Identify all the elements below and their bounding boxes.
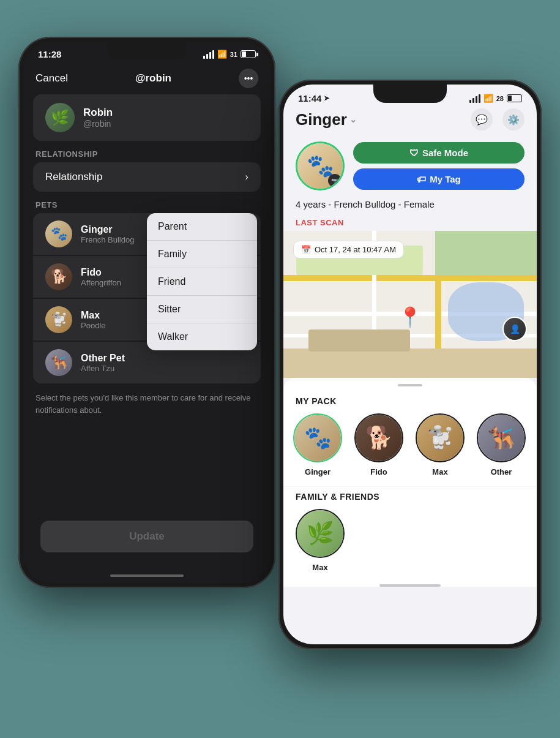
pack-avatar-ginger: 🐾	[293, 413, 342, 462]
phone2-battery-percent: 28	[496, 95, 504, 102]
update-button[interactable]: Update	[40, 521, 253, 552]
camera-badge[interactable]: 📷	[328, 174, 342, 187]
bottom-sheet: MY PACK 🐾 Ginger 🐕 Fido 🐩	[283, 378, 537, 587]
phone2-wifi-icon: 📶	[483, 94, 493, 103]
helper-text: Select the pets you'd like this member t…	[23, 385, 271, 423]
pet-profile-row: 🐾 📷 🛡 Safe Mode 🏷 My Tag	[283, 137, 537, 199]
my-pack-title: MY PACK	[283, 396, 537, 413]
pet-breed-fido: Affengriffon	[81, 278, 121, 287]
scan-date: Oct 17, 24 at 10:47 AM	[315, 245, 396, 254]
my-tag-label: My Tag	[430, 174, 461, 184]
pet-name-ginger: Ginger	[81, 224, 134, 235]
relationship-dropdown: Parent Family Friend Sitter Walker	[147, 213, 257, 350]
phone2-notch	[373, 85, 447, 103]
header-title: @robin	[135, 72, 171, 85]
family-item-max[interactable]: 🌿 Max	[296, 509, 345, 572]
pets-section-label: PETS	[23, 192, 271, 213]
pet-avatar-fido: 🐕	[45, 263, 72, 290]
more-icon: •••	[244, 73, 253, 83]
phone2-battery-icon	[507, 94, 522, 102]
pack-avatar-max: 🐩	[416, 413, 465, 462]
phone1-device: 11:28 📶 31 Cancel @robin •••	[18, 37, 275, 588]
pack-item-ginger[interactable]: 🐾 Ginger	[293, 413, 342, 476]
chat-icon: 💬	[476, 114, 488, 126]
battery-percent: 31	[230, 51, 237, 58]
family-friends-section: FAMILY & FRIENDS 🌿 Max	[283, 486, 537, 584]
my-tag-button[interactable]: 🏷 My Tag	[353, 168, 525, 190]
tag-icon: 🏷	[417, 174, 426, 184]
user-row: 🌿 Robin @robin	[33, 94, 261, 141]
dropdown-item-walker[interactable]: Walker	[147, 323, 257, 350]
pet-avatar-ginger: 🐾	[45, 220, 72, 247]
chevron-icon: ›	[245, 171, 248, 183]
pet-name-max: Max	[81, 310, 105, 321]
pet-avatar-max: 🐩	[45, 306, 72, 333]
map-view[interactable]: 📅 Oct 17, 24 at 10:47 AM 📍 👤	[283, 231, 537, 378]
chat-icon-button[interactable]: 💬	[471, 108, 493, 130]
pack-name-max: Max	[432, 467, 447, 476]
pet-avatar-other: 🐕‍🦺	[45, 349, 72, 376]
ginger-header: Ginger ⌄ 💬 ⚙️	[283, 104, 537, 137]
map-pin: 📍	[398, 306, 422, 329]
pack-name-ginger: Ginger	[305, 467, 330, 476]
calendar-icon: 📅	[301, 245, 311, 254]
pet-name-other: Other Pet	[81, 353, 125, 364]
wifi-icon: 📶	[217, 50, 227, 59]
user-map-icon: 👤	[510, 324, 520, 334]
sheet-handle	[398, 384, 422, 386]
safe-mode-label: Safe Mode	[422, 148, 468, 158]
pack-name-fido: Fido	[370, 467, 387, 476]
phone2-signal-icon	[469, 94, 480, 103]
pet-breed-other: Affen Tzu	[81, 364, 125, 373]
chevron-down-icon[interactable]: ⌄	[349, 115, 357, 124]
pet-breed-max: Poodle	[81, 321, 105, 330]
family-name-max: Max	[312, 563, 327, 572]
more-button[interactable]: •••	[239, 69, 258, 88]
dropdown-item-sitter[interactable]: Sitter	[147, 296, 257, 323]
shield-icon: 🛡	[409, 148, 419, 158]
relationship-label: Relationship	[23, 141, 271, 162]
settings-icon-button[interactable]: ⚙️	[502, 108, 525, 130]
home-indicator	[110, 574, 184, 577]
phone1-notch	[107, 42, 187, 59]
dropdown-item-family[interactable]: Family	[147, 241, 257, 268]
pet-breed-ginger: French Bulldog	[81, 235, 134, 244]
settings-icon: ⚙️	[507, 114, 520, 126]
last-scan-label: LAST SCAN	[283, 216, 537, 231]
dropdown-item-friend[interactable]: Friend	[147, 268, 257, 296]
safe-mode-button[interactable]: 🛡 Safe Mode	[353, 142, 525, 164]
pet-name-fido: Fido	[81, 267, 121, 278]
user-handle: @robin	[83, 119, 113, 129]
family-row: 🌿 Max	[283, 509, 537, 584]
location-icon: ➤	[324, 94, 329, 102]
pack-item-fido[interactable]: 🐕 Fido	[354, 413, 403, 476]
phone1-header: Cancel @robin •••	[23, 62, 271, 94]
cancel-button[interactable]: Cancel	[35, 72, 68, 85]
pack-item-max[interactable]: 🐩 Max	[416, 413, 465, 476]
family-avatar-max: 🌿	[296, 509, 345, 558]
relationship-value: Relationship	[45, 171, 103, 183]
phone2-device: 11:44 ➤ 📶 28 Ginger ⌄	[278, 80, 542, 649]
pet-profile-avatar: 🐾 📷	[296, 141, 345, 190]
phone2-home-indicator	[379, 584, 441, 587]
phone1-time: 11:28	[38, 49, 61, 59]
user-name: Robin	[83, 107, 113, 119]
pack-name-other: Other	[491, 467, 512, 476]
user-avatar: 🌿	[45, 103, 75, 132]
pack-item-other[interactable]: 🐕‍🦺 Other	[477, 413, 526, 476]
phone2-time: 11:44	[298, 93, 321, 104]
pack-avatar-fido: 🐕	[354, 413, 403, 462]
map-user-avatar: 👤	[502, 317, 527, 341]
pack-avatar-other: 🐕‍🦺	[477, 413, 526, 462]
battery-icon	[241, 50, 256, 58]
pet-title: Ginger	[296, 110, 347, 129]
family-friends-title: FAMILY & FRIENDS	[283, 492, 537, 509]
relationship-row[interactable]: Relationship ›	[33, 162, 261, 192]
dropdown-item-parent[interactable]: Parent	[147, 213, 257, 241]
map-date-badge: 📅 Oct 17, 24 at 10:47 AM	[293, 241, 404, 258]
pack-row: 🐾 Ginger 🐕 Fido 🐩 Max	[283, 413, 537, 486]
pet-details: 4 years - French Bulldog - Female	[283, 199, 537, 216]
signal-icon	[203, 50, 214, 59]
